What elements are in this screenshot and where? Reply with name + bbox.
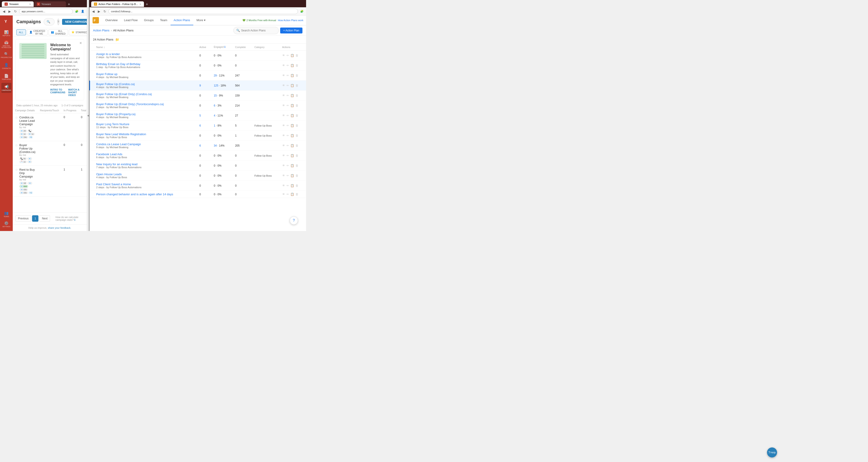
edit-icon-14[interactable]: ✏ — [286, 184, 289, 187]
delete-icon-14[interactable]: 🗑 — [296, 184, 298, 187]
view-icon-12[interactable]: 👁 — [282, 164, 285, 167]
campaign-name-1[interactable]: Condos.ca Lease Lead Campaign — [19, 116, 35, 126]
view-icon-8[interactable]: 👁 — [282, 124, 285, 127]
tab-1-close[interactable]: ✕ — [29, 3, 31, 5]
delete-icon-8[interactable]: 🗑 — [296, 124, 298, 127]
profile-icon[interactable]: 👤 — [80, 9, 85, 14]
view-icon-10[interactable]: 👁 — [282, 144, 285, 147]
ap-name-14[interactable]: Past Client Saved a Home — [96, 182, 195, 186]
right-help-button[interactable]: ? — [290, 216, 298, 225]
filter-created-button[interactable]: 👤 CREATED BY ME — [27, 29, 48, 35]
copy-icon-1[interactable]: 📋 — [290, 54, 294, 57]
copy-icon-15[interactable]: 📋 — [290, 193, 294, 196]
right-tab-close[interactable]: ✕ — [140, 3, 141, 5]
right-forward-button[interactable]: ▶ — [97, 9, 101, 13]
sidebar-item-campaigns[interactable]: 📢 CAMPAIGNS — [1, 83, 11, 93]
sort-icon[interactable]: ↕ — [103, 46, 105, 49]
help-button[interactable]: ? — [57, 19, 59, 25]
sidebar-item-templates[interactable]: 📄 TEMPLATES — [1, 72, 11, 82]
info-icon[interactable]: ℹ — [224, 46, 225, 48]
next-button[interactable]: Next — [39, 215, 50, 222]
view-icon-13[interactable]: 👁 — [282, 174, 285, 177]
nav-more[interactable]: More ▾ — [193, 15, 209, 25]
copy-icon-2[interactable]: 📋 — [290, 64, 294, 67]
delete-icon-11[interactable]: 🗑 — [296, 154, 298, 157]
new-tab-button[interactable]: + — [66, 2, 72, 7]
view-icon-4[interactable]: 👁 — [282, 84, 285, 87]
right-back-button[interactable]: ◀ — [91, 9, 95, 13]
campaign-search-bar[interactable]: 🔍 — [44, 18, 55, 26]
filter-all-button[interactable]: ALL — [17, 29, 26, 35]
tab-1-yesware[interactable]: Y Yesware ✕ — [2, 1, 34, 7]
tab-2-yesware[interactable]: Y Yesware — [34, 1, 66, 7]
edit-icon-11[interactable]: ✏ — [286, 154, 289, 157]
ap-name-8[interactable]: Buyer Long Term Nurture — [96, 122, 195, 126]
copy-icon-3[interactable]: 📋 — [290, 74, 294, 77]
delete-icon-10[interactable]: 🗑 — [296, 144, 298, 147]
edit-icon-2[interactable]: ✏ — [286, 64, 289, 67]
sidebar-item-contacts[interactable]: 👤 CONTACTS — [1, 61, 11, 71]
ap-name-13[interactable]: Open House Leads — [96, 173, 195, 176]
ap-name-6[interactable]: Buyer Follow Up (Email Only) (Torontocon… — [96, 103, 195, 106]
filter-starred-button[interactable]: ⭐ STARRED — [69, 29, 87, 35]
ap-name-15[interactable]: Person changed behavior and is active ag… — [96, 193, 195, 196]
filter-shared-button[interactable]: 👥 ALL SHARED — [49, 29, 68, 35]
address-bar[interactable]: app.yesware.com/c... — [19, 9, 73, 14]
forward-button[interactable]: ▶ — [7, 9, 12, 13]
view-icon-9[interactable]: 👁 — [282, 134, 285, 137]
ap-name-5[interactable]: Buyer Follow Up (Email Only) (Condos.ca) — [96, 92, 195, 96]
right-address-bar[interactable]: condos3.followup... — [108, 9, 298, 14]
edit-icon-5[interactable]: ✏ — [286, 94, 289, 97]
nav-team[interactable]: Team — [157, 15, 170, 25]
view-icon-11[interactable]: 👁 — [282, 154, 285, 157]
nav-lead-flow[interactable]: Lead Flow — [121, 15, 141, 25]
copy-icon-5[interactable]: 📋 — [290, 94, 294, 97]
delete-icon-2[interactable]: 🗑 — [296, 64, 298, 67]
sidebar-item-meeting[interactable]: 📅 MEETING SCHEDULER — [1, 39, 11, 49]
campaign-name-2[interactable]: Buyer Follow Up (Condos.ca) — [19, 143, 35, 154]
view-icon-3[interactable]: 👁 — [282, 74, 285, 77]
edit-icon-9[interactable]: ✏ — [286, 134, 289, 137]
promo-how-link[interactable]: How Action Plans work — [278, 19, 303, 22]
copy-icon-12[interactable]: 📋 — [290, 164, 294, 167]
sidebar-item-settings[interactable]: ⚙️ SETTINGS — [1, 219, 11, 229]
delete-icon-9[interactable]: 🗑 — [296, 134, 298, 137]
campaign-name-3[interactable]: Rent to Buy Drip Campaign — [19, 168, 35, 178]
sidebar-item-teams[interactable]: 👥 TEAMS — [1, 209, 11, 219]
delete-icon-6[interactable]: 🗑 — [296, 104, 298, 107]
ap-name-11[interactable]: Facebook Lead Ads — [96, 152, 195, 156]
copy-icon-14[interactable]: 📋 — [290, 184, 294, 187]
delete-icon-1[interactable]: 🗑 — [296, 54, 298, 57]
video-link[interactable]: WATCH A SHORT VIDEO — [68, 88, 80, 96]
copy-icon-10[interactable]: 📋 — [290, 144, 294, 147]
yesware-logo[interactable]: Y — [2, 17, 10, 26]
edit-icon-3[interactable]: ✏ — [286, 74, 289, 77]
ap-name-7[interactable]: Buyer Follow Up (Property.ca) — [96, 112, 195, 116]
delete-icon-5[interactable]: 🗑 — [296, 94, 298, 97]
delete-icon-4[interactable]: 🗑 — [296, 84, 298, 87]
copy-icon-6[interactable]: 📋 — [290, 104, 294, 107]
nav-overview[interactable]: Overview — [102, 15, 121, 25]
ap-name-1[interactable]: Assign to a lender — [96, 52, 195, 56]
copy-icon-9[interactable]: 📋 — [290, 134, 294, 137]
close-banner-button[interactable]: ✕ — [80, 41, 82, 45]
extensions-icon[interactable]: 🧩 — [74, 9, 79, 14]
sidebar-item-reports[interactable]: 📊 REPORTS — [1, 28, 11, 38]
previous-button[interactable]: Previous — [16, 215, 31, 222]
copy-icon-4[interactable]: 📋 — [290, 84, 294, 87]
edit-icon-7[interactable]: ✏ — [286, 114, 289, 117]
ap-search-bar[interactable]: 🔍 — [233, 27, 279, 34]
delete-icon-12[interactable]: 🗑 — [296, 164, 298, 167]
delete-icon-3[interactable]: 🗑 — [296, 74, 298, 77]
folder-icon[interactable]: 📁 — [115, 38, 119, 41]
footer-link[interactable]: share your feedback. — [48, 227, 71, 229]
ap-name-12[interactable]: New Inquiry for an existing lead — [96, 163, 195, 166]
nav-groups[interactable]: Groups — [141, 15, 157, 25]
view-icon-7[interactable]: 👁 — [282, 114, 285, 117]
ap-search-input[interactable] — [241, 29, 276, 32]
ap-name-3[interactable]: Buyer Follow up — [96, 73, 195, 76]
view-icon-5[interactable]: 👁 — [282, 94, 285, 97]
edit-icon-13[interactable]: ✏ — [286, 174, 289, 177]
view-icon-1[interactable]: 👁 — [282, 54, 285, 57]
edit-icon-10[interactable]: ✏ — [286, 144, 289, 147]
